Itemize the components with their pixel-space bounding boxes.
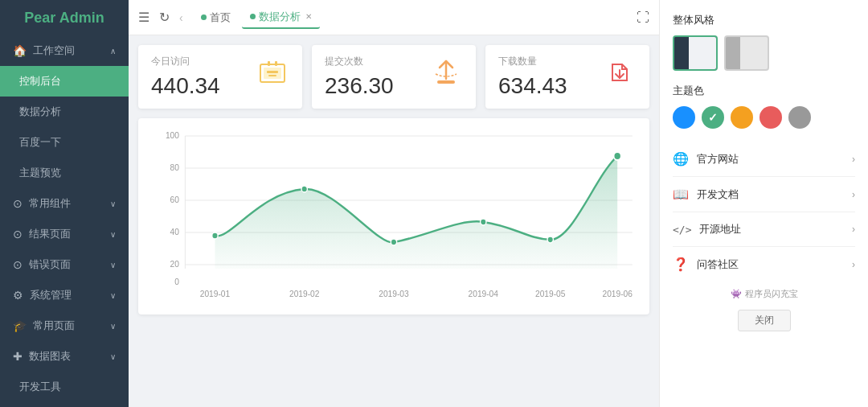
svg-text:40: 40 xyxy=(170,227,179,236)
sidebar-item-results[interactable]: ⊙ 结果页面 ∨ xyxy=(0,219,129,249)
color-orange[interactable] xyxy=(731,106,753,129)
submissions-value: 236.30 xyxy=(325,73,394,99)
official-icon: 🌐 xyxy=(673,151,689,166)
stat-card-downloads: 下载数量 634.43 xyxy=(485,45,649,109)
chart-wrap: 100 80 60 40 20 0 2019-01 2019-02 2019-0… xyxy=(148,128,640,305)
downloads-info: 下载数量 634.43 xyxy=(498,55,567,99)
tab-data-label: 数据分析 xyxy=(259,10,301,24)
dark-sidebar xyxy=(674,37,689,69)
sidebar-label-devtools: 开发工具 xyxy=(19,380,61,394)
sidebar-logo: Pear Admin xyxy=(0,0,129,35)
svg-text:2019-06: 2019-06 xyxy=(602,289,632,298)
main-area: ☰ ↻ ‹ 首页 数据分析 ✕ ⛶ 今日访问 440.34 xyxy=(129,0,659,407)
sidebar-item-errors[interactable]: ⊙ 错误页面 ∨ xyxy=(0,249,129,280)
visits-icon xyxy=(256,56,289,97)
refresh-icon[interactable]: ↻ xyxy=(159,10,170,25)
sidebar: Pear Admin 🏠 工作空间 ∧ 控制后台 数据分析 百度一下 主题预览 … xyxy=(0,0,129,407)
nav-back[interactable]: ‹ xyxy=(179,11,183,24)
tab-close-icon[interactable]: ✕ xyxy=(305,12,312,21)
link-docs[interactable]: 📖 开发文档 › xyxy=(673,177,855,212)
opensource-label: 开源地址 xyxy=(699,222,852,236)
svg-point-26 xyxy=(301,186,307,192)
color-gray[interactable] xyxy=(788,106,811,129)
style-title: 整体风格 xyxy=(673,13,855,27)
color-green[interactable]: ✓ xyxy=(702,106,724,129)
style-dark[interactable] xyxy=(673,35,718,71)
visits-label: 今日访问 xyxy=(151,55,220,68)
docs-icon: 📖 xyxy=(673,187,689,202)
color-blue[interactable] xyxy=(673,106,695,129)
link-official[interactable]: 🌐 官方网站 › xyxy=(673,142,855,177)
svg-point-25 xyxy=(212,232,218,239)
sidebar-label-workspace: 工作空间 xyxy=(33,43,75,58)
link-opensource[interactable]: </> 开源地址 › xyxy=(673,212,855,247)
sidebar-label-errors: 错误页面 xyxy=(29,257,71,272)
watermark-text: 程序员闪充宝 xyxy=(745,288,798,300)
sidebar-item-devtools[interactable]: 开发工具 xyxy=(0,372,129,402)
tab-data-analysis[interactable]: 数据分析 ✕ xyxy=(242,6,320,29)
svg-text:2019-03: 2019-03 xyxy=(379,289,408,298)
svg-rect-5 xyxy=(275,61,277,66)
visits-value: 440.34 xyxy=(151,73,220,99)
results-icon: ⊙ xyxy=(13,228,23,240)
style-light[interactable] xyxy=(724,35,769,71)
qa-icon: ❓ xyxy=(673,257,689,272)
fullscreen-icon[interactable]: ⛶ xyxy=(637,10,649,25)
svg-text:20: 20 xyxy=(170,259,179,269)
close-button[interactable]: 关闭 xyxy=(738,310,791,331)
svg-text:0: 0 xyxy=(174,277,179,286)
tab-home-label: 首页 xyxy=(210,10,231,25)
charts-icon: ✚ xyxy=(13,350,23,363)
svg-rect-2 xyxy=(267,71,278,73)
theme-colors: ✓ xyxy=(673,106,855,129)
logo-text: Pear Admin xyxy=(24,10,104,27)
svg-text:2019-05: 2019-05 xyxy=(535,289,565,298)
watermark: 👾 程序员闪充宝 xyxy=(673,282,855,306)
docs-label: 开发文档 xyxy=(697,187,852,202)
sidebar-item-components[interactable]: ⊙ 常用组件 ∨ xyxy=(0,188,129,219)
workspace-icon: 🏠 xyxy=(13,44,27,57)
link-qa[interactable]: ❓ 问答社区 › xyxy=(673,247,855,282)
sidebar-item-system[interactable]: ⚙ 系统管理 ∨ xyxy=(0,280,129,310)
tab-home[interactable]: 首页 xyxy=(193,7,239,28)
results-arrow: ∨ xyxy=(110,230,116,239)
sidebar-label-data: 数据分析 xyxy=(19,105,61,119)
svg-rect-4 xyxy=(268,61,270,66)
sidebar-item-common[interactable]: 🎓 常用页面 ∨ xyxy=(0,310,129,341)
light-sidebar xyxy=(726,37,740,69)
sidebar-item-control[interactable]: 控制后台 xyxy=(0,66,129,97)
svg-point-27 xyxy=(391,239,396,245)
stat-card-visits: 今日访问 440.34 xyxy=(138,45,302,109)
docs-arrow: › xyxy=(852,189,855,200)
right-panel: 整体风格 主题色 ✓ 🌐 官方网站 › 📖 开发文档 › xyxy=(659,0,868,407)
content-area: 今日访问 440.34 提交次数 236 xyxy=(129,35,659,407)
sidebar-item-data[interactable]: 数据分析 xyxy=(0,97,129,127)
qa-label: 问答社区 xyxy=(697,257,852,272)
color-red[interactable] xyxy=(760,106,782,129)
sidebar-item-baidu[interactable]: 百度一下 xyxy=(0,127,129,158)
tab-bar: 首页 数据分析 ✕ xyxy=(193,6,627,29)
svg-text:2019-02: 2019-02 xyxy=(289,289,319,298)
sidebar-label-charts: 数据图表 xyxy=(29,349,71,364)
official-arrow: › xyxy=(852,154,855,165)
theme-title: 主题色 xyxy=(673,84,855,98)
errors-icon: ⊙ xyxy=(13,258,23,271)
color-green-check: ✓ xyxy=(708,111,718,124)
common-icon: 🎓 xyxy=(13,319,27,332)
tab-home-dot xyxy=(201,14,207,20)
sidebar-label-components: 常用组件 xyxy=(29,196,71,211)
sidebar-item-workspace[interactable]: 🏠 工作空间 ∧ xyxy=(0,35,129,66)
errors-arrow: ∨ xyxy=(110,261,116,269)
svg-rect-6 xyxy=(437,80,455,84)
menu-icon[interactable]: ☰ xyxy=(138,10,149,25)
svg-text:2019-01: 2019-01 xyxy=(200,289,230,298)
sidebar-label-baidu: 百度一下 xyxy=(19,135,61,150)
sidebar-item-theme[interactable]: 主题预览 xyxy=(0,158,129,188)
opensource-icon: </> xyxy=(673,224,691,236)
qa-arrow: › xyxy=(852,259,855,270)
downloads-label: 下载数量 xyxy=(498,55,567,68)
sidebar-item-charts[interactable]: ✚ 数据图表 ∨ xyxy=(0,341,129,372)
workspace-arrow: ∧ xyxy=(110,47,116,56)
close-area: 关闭 xyxy=(673,310,855,331)
stat-cards: 今日访问 440.34 提交次数 236 xyxy=(138,45,649,109)
